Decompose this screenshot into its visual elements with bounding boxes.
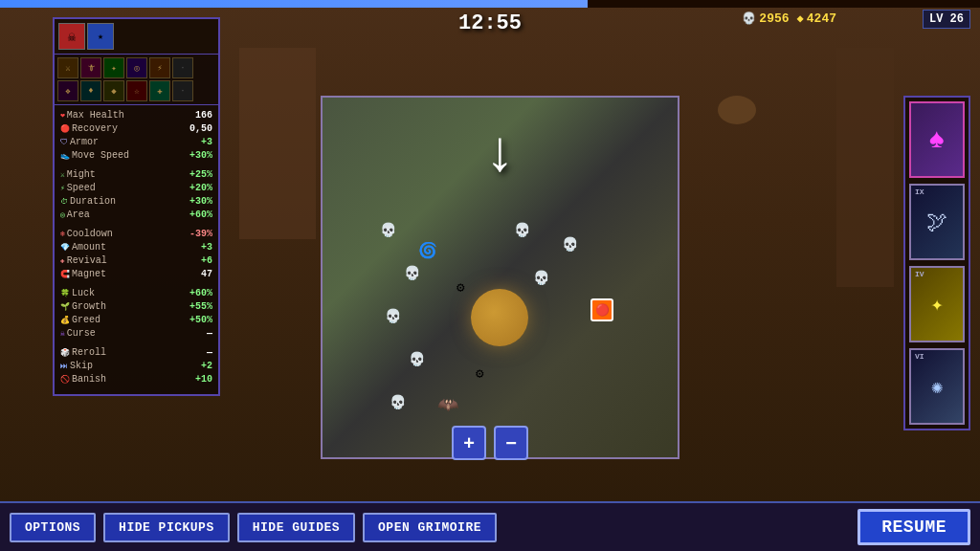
stat-label-amount: 💎 Amount [60,241,106,254]
map-item-1: 🌀 [418,241,437,260]
minimap-inner: ↓ 💀 💀 💀 💀 💀 💀 💀 💀 🌀 ⚙ ⚙ 🦇 🔴 [323,98,678,457]
stat-amount: 💎 Amount +3 [60,241,212,254]
stat-greed: 💰 Greed +50% [60,314,212,327]
stat-label-cooldown: ❄ Cooldown [60,228,113,241]
card-slot-3[interactable]: IV ✦ [909,266,965,342]
stat-value-reroll: — [207,346,212,360]
stat-label-skip: ⏭ Skip [60,360,93,373]
direction-arrow: ↓ [482,126,517,184]
xp-display: ◆ 4247 [797,11,836,26]
stat-label-banish: 🚫 Banish [60,373,106,386]
gold-value: 2956 [759,11,789,26]
moon [471,289,528,346]
stat-label-might: ⚔ Might [60,168,96,182]
character-icons: ☠ ★ [55,19,218,55]
card-tarot-3: VI ✺ [911,350,963,423]
hide-guides-button[interactable]: Hide Guides [237,513,355,542]
open-grimoire-button[interactable]: Open Grimoire [363,513,497,542]
options-button[interactable]: OPTIONS [10,513,96,542]
minimap: ↓ 💀 💀 💀 💀 💀 💀 💀 💀 🌀 ⚙ ⚙ 🦇 🔴 [321,96,679,459]
stat-value-might: +25% [189,168,212,182]
map-item-bat: 🦇 [437,394,458,415]
zoom-out-button[interactable]: − [494,426,528,460]
weapon-slot-1[interactable]: ⚔ [57,57,78,78]
stat-label-speed: ⚡ Speed [60,182,96,195]
stat-value-luck: +60% [189,287,212,300]
hide-pickups-button[interactable]: Hide Pickups [103,513,230,542]
weapon-slots: ⚔ 🗡 ✦ ◎ ⚡ · ❖ ♦ ◆ ☆ ✚ · [55,55,218,105]
skull-7: 💀 [533,270,552,289]
card-purple: ♠ [911,103,963,176]
stat-value-magnet: 47 [201,268,212,281]
currency-display: 💀 2956 ◆ 4247 [742,11,836,26]
health-bar [0,0,980,8]
stat-cooldown: ❄ Cooldown -39% [60,228,212,241]
xp-value: 4247 [807,11,836,26]
passive-slot-2[interactable]: ♦ [80,80,101,101]
stat-label-greed: 💰 Greed [60,314,100,327]
card-numeral-3: VI [915,352,924,361]
passive-slot-1[interactable]: ❖ [57,80,78,101]
stat-label-luck: 🍀 Luck [60,287,95,300]
passive-slot-4[interactable]: ☆ [126,80,147,101]
stat-value-speed: +20% [189,182,212,195]
card-slot-1[interactable]: ♠ [909,101,965,178]
weapon-slot-6[interactable]: · [172,57,193,78]
stat-value-skip: +2 [201,360,212,373]
stat-label-duration: ⏱ Duration [60,195,116,209]
stat-skip: ⏭ Skip +2 [60,360,212,373]
stat-value-max-health: 166 [195,109,212,122]
weapon-slot-3[interactable]: ✦ [103,57,124,78]
skull-3: 💀 [385,308,404,327]
card-tarot-1: IX 🕊 [911,186,963,258]
stat-value-recovery: 0,50 [189,122,212,136]
level-display: LV 26 [923,10,970,29]
skull-2: 💀 [404,265,423,284]
stat-might: ⚔ Might +25% [60,168,212,182]
stat-armor: 🛡 Armor +3 [60,136,212,149]
stats-panel: ☠ ★ ⚔ 🗡 ✦ ◎ ⚡ · ❖ ♦ ◆ ☆ ✚ · ❤ Max Health… [53,17,220,396]
passive-slot-3[interactable]: ◆ [103,80,124,101]
stat-label-max-health: ❤ Max Health [60,109,124,122]
stat-move-speed: 👟 Move Speed +30% [60,149,212,163]
map-item-2: ⚙ [457,279,464,296]
stat-magnet: 🧲 Magnet 47 [60,268,212,281]
stat-label-recovery: 🔴 Recovery [60,122,118,136]
stat-label-area: ◎ Area [60,209,90,222]
zoom-in-button[interactable]: + [452,426,486,460]
stat-value-greed: +50% [189,314,212,327]
stat-revival: ✚ Revival +6 [60,254,212,268]
weapon-slot-5[interactable]: ⚡ [149,57,170,78]
skull-5: 💀 [390,394,409,413]
char-icon-main: ☠ [58,23,85,50]
stat-label-growth: 🌱 Growth [60,300,106,314]
gold-icon: 💀 [742,11,756,26]
stat-value-growth: +55% [189,300,212,314]
skull-6: 💀 [514,222,533,241]
stat-value-duration: +30% [189,195,212,209]
cards-panel: ♠ IX 🕊 IV ✦ VI ✺ [903,96,970,430]
bottom-toolbar: OPTIONS Hide Pickups Hide Guides Open Gr… [0,501,980,551]
game-timer: 12:55 [458,11,522,35]
card-slot-4[interactable]: VI ✺ [909,348,965,425]
stat-value-revival: +6 [201,254,212,268]
gold-display: 💀 2956 [742,11,789,26]
weapon-slot-2[interactable]: 🗡 [80,57,101,78]
resume-button[interactable]: RESUME [858,509,970,545]
map-item-3: ⚙ [476,365,483,382]
card-slot-2[interactable]: IX 🕊 [909,184,965,260]
stat-label-reroll: 🎲 Reroll [60,346,106,360]
passive-slot-6[interactable]: · [172,80,193,101]
player-marker: 🔴 [590,298,613,321]
passive-slot-5[interactable]: ✚ [149,80,170,101]
stat-label-magnet: 🧲 Magnet [60,268,106,281]
health-bar-fill [0,0,588,8]
stat-speed: ⚡ Speed +20% [60,182,212,195]
stat-label-curse: ☠ Curse [60,327,96,341]
stat-value-curse: — [207,327,212,341]
skull-8: 💀 [562,236,581,255]
skull-1: 💀 [380,222,399,241]
char-icon-2: ★ [87,23,114,50]
weapon-slot-4[interactable]: ◎ [126,57,147,78]
card-numeral-1: IX [915,187,924,196]
